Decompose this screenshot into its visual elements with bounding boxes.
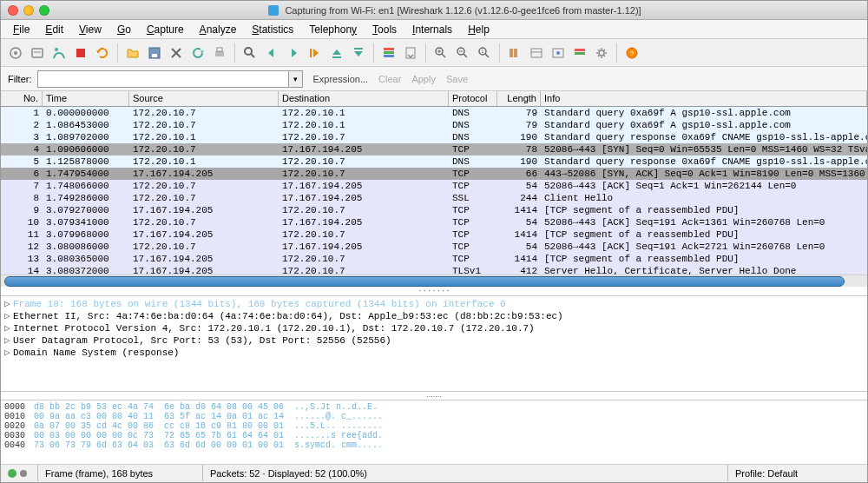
menu-edit[interactable]: Edit <box>38 22 70 37</box>
svg-rect-19 <box>384 55 394 57</box>
status-frame: Frame (frame), 168 bytes <box>38 465 203 481</box>
horizontal-scrollbar[interactable] <box>1 275 867 287</box>
packet-row[interactable]: 123.080086000172.20.10.717.167.194.205TC… <box>1 241 867 253</box>
zoom-reset-icon[interactable]: 1 <box>475 43 494 63</box>
zoom-window-button[interactable] <box>39 5 49 16</box>
go-back-icon[interactable] <box>262 43 281 63</box>
go-forward-icon[interactable] <box>284 43 303 63</box>
auto-scroll-icon[interactable] <box>401 43 420 63</box>
svg-point-12 <box>245 48 252 55</box>
col-info[interactable]: Info <box>541 91 867 106</box>
zoom-in-icon[interactable] <box>431 43 450 63</box>
svg-line-22 <box>442 54 445 57</box>
packet-row[interactable]: 21.086453000172.20.10.7172.20.10.1DNS79S… <box>1 119 867 131</box>
display-filters-icon[interactable] <box>549 43 568 63</box>
print-icon[interactable] <box>210 43 229 63</box>
stop-capture-icon[interactable] <box>71 43 90 63</box>
toolbar: 1 ? <box>1 39 867 67</box>
hex-offsets: 00000010002000300040 <box>1 400 29 464</box>
reload-icon[interactable] <box>188 43 207 63</box>
open-file-icon[interactable] <box>123 43 142 63</box>
svg-rect-10 <box>215 51 224 56</box>
packet-row[interactable]: 93.07927000017.167.194.205172.20.10.7TCP… <box>1 204 867 216</box>
capture-filters-icon[interactable] <box>527 43 546 63</box>
filter-save-button[interactable]: Save <box>446 74 468 84</box>
menu-file[interactable]: File <box>6 22 36 37</box>
packet-row[interactable]: 143.08037200017.167.194.205172.20.10.7TL… <box>1 265 867 275</box>
filter-dropdown-icon[interactable]: ▾ <box>289 70 303 88</box>
col-protocol[interactable]: Protocol <box>449 91 497 106</box>
status-profile[interactable]: Profile: Default <box>728 465 867 481</box>
expert-led-icon <box>8 469 16 478</box>
detail-ip[interactable]: Internet Protocol Version 4, Src: 172.20… <box>13 323 535 334</box>
options-icon[interactable] <box>28 43 47 63</box>
col-source[interactable]: Source <box>129 91 279 106</box>
menu-capture[interactable]: Capture <box>140 22 191 37</box>
col-no[interactable]: No. <box>1 91 43 106</box>
help-icon[interactable]: ? <box>622 43 641 63</box>
colorize-icon[interactable] <box>379 43 398 63</box>
packet-row[interactable]: 61.74795400017.167.194.205172.20.10.7TCP… <box>1 168 867 180</box>
detail-udp[interactable]: User Datagram Protocol, Src Port: 53 (53… <box>13 335 391 346</box>
preferences-icon[interactable] <box>592 43 611 63</box>
save-file-icon[interactable] <box>145 43 164 63</box>
close-window-button[interactable] <box>8 5 18 16</box>
packet-row[interactable]: 31.089702000172.20.10.1172.20.10.7DNS190… <box>1 131 867 143</box>
menu-go[interactable]: Go <box>110 22 138 37</box>
packet-row[interactable]: 81.749286000172.20.10.717.167.194.205SSL… <box>1 192 867 204</box>
col-length[interactable]: Length <box>497 91 541 106</box>
packet-row[interactable]: 113.07996800017.167.194.205172.20.10.7TC… <box>1 228 867 241</box>
packet-row[interactable]: 51.125878000172.20.10.1172.20.10.7DNS190… <box>1 155 867 168</box>
menu-statistics[interactable]: Statistics <box>245 22 300 37</box>
svg-rect-38 <box>575 52 585 55</box>
coloring-rules-icon[interactable] <box>570 43 589 63</box>
go-first-icon[interactable] <box>327 43 346 63</box>
minimize-window-button[interactable] <box>23 5 34 16</box>
packet-list-body[interactable]: 10.000000000172.20.10.7172.20.10.1DNS79S… <box>1 107 867 275</box>
zoom-out-icon[interactable] <box>453 43 472 63</box>
expand-icon[interactable]: ▷ <box>4 298 13 310</box>
pane-resize-dots[interactable]: ······· <box>1 391 867 400</box>
go-last-icon[interactable] <box>349 43 368 63</box>
pane-resize-dots[interactable]: ······· <box>1 287 867 295</box>
start-capture-icon[interactable] <box>49 43 69 63</box>
menu-view[interactable]: View <box>72 22 108 37</box>
resize-columns-icon[interactable] <box>505 43 524 63</box>
restart-capture-icon[interactable] <box>93 43 112 63</box>
col-time[interactable]: Time <box>43 91 129 106</box>
svg-rect-17 <box>384 48 394 50</box>
menu-internals[interactable]: Internals <box>405 22 459 37</box>
packet-bytes[interactable]: 00000010002000300040 d8 bb 2c b9 53 ec 4… <box>1 400 867 464</box>
hex-bytes: d8 bb 2c b9 53 ec 4a 74 6e ba d0 64 08 0… <box>29 400 289 464</box>
svg-rect-7 <box>152 54 157 57</box>
filter-input[interactable] <box>37 70 289 88</box>
filter-apply-button[interactable]: Apply <box>411 74 436 84</box>
packet-row[interactable]: 133.08036500017.167.194.205172.20.10.7TC… <box>1 253 867 265</box>
expand-icon[interactable]: ▷ <box>4 322 13 334</box>
scrollbar-thumb[interactable] <box>4 276 845 287</box>
interfaces-icon[interactable] <box>6 43 25 63</box>
packet-row[interactable]: 71.748066000172.20.10.717.167.194.205TCP… <box>1 180 867 192</box>
menu-telephony[interactable]: Telephony <box>302 22 364 37</box>
detail-dns[interactable]: Domain Name System (response) <box>13 347 179 358</box>
filter-expression-button[interactable]: Expression... <box>313 74 369 84</box>
menu-tools[interactable]: Tools <box>365 22 404 37</box>
packet-row[interactable]: 41.090606000172.20.10.717.167.194.205TCP… <box>1 143 867 155</box>
go-to-packet-icon[interactable] <box>306 43 325 63</box>
expand-icon[interactable]: ▷ <box>4 334 13 347</box>
packet-details[interactable]: ▷Frame 18: 168 bytes on wire (1344 bits)… <box>1 295 867 391</box>
expand-icon[interactable]: ▷ <box>4 310 13 322</box>
filter-clear-button[interactable]: Clear <box>378 74 401 84</box>
menu-help[interactable]: Help <box>461 22 496 37</box>
close-file-icon[interactable] <box>167 43 186 63</box>
status-expert[interactable] <box>1 465 38 481</box>
expand-icon[interactable]: ▷ <box>4 347 13 359</box>
packet-row[interactable]: 10.000000000172.20.10.7172.20.10.1DNS79S… <box>1 107 867 119</box>
packet-row[interactable]: 103.079341000172.20.10.717.167.194.205TC… <box>1 216 867 228</box>
menubar: File Edit View Go Capture Analyze Statis… <box>1 20 867 39</box>
find-icon[interactable] <box>240 43 260 63</box>
col-destination[interactable]: Destination <box>279 91 449 106</box>
menu-analyze[interactable]: Analyze <box>193 22 244 37</box>
detail-ethernet[interactable]: Ethernet II, Src: 4a:74:6e:ba:d0:64 (4a:… <box>13 311 563 321</box>
detail-frame[interactable]: Frame 18: 168 bytes on wire (1344 bits),… <box>13 299 506 309</box>
